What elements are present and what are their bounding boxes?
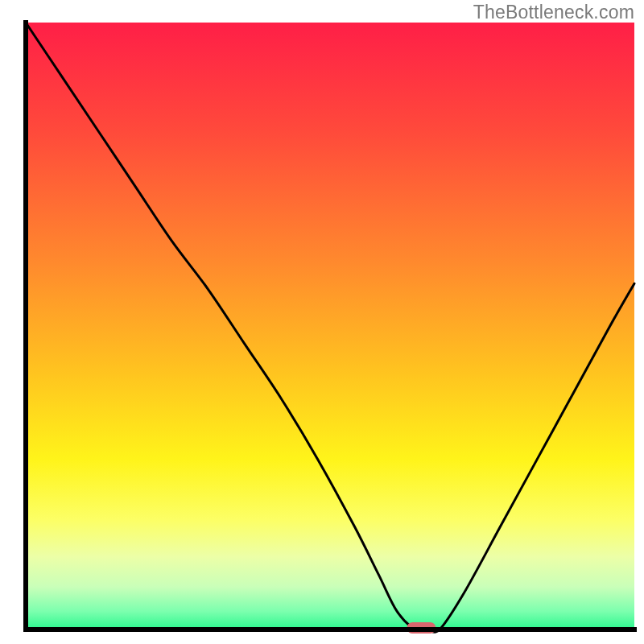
watermark-text: TheBottleneck.com [473, 2, 634, 23]
bottleneck-chart [0, 0, 644, 644]
chart-background [26, 23, 634, 630]
chart-container: TheBottleneck.com [0, 0, 644, 644]
